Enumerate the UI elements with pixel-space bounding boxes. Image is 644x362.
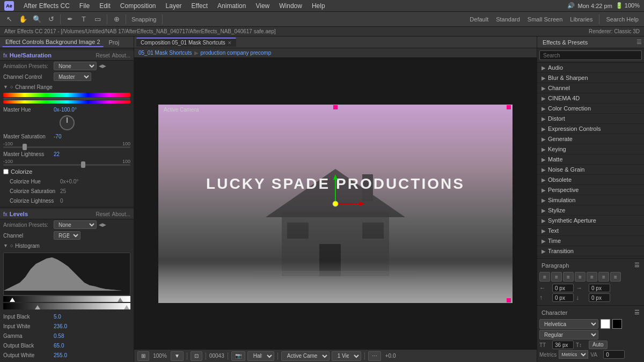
font-style-select[interactable]: Regular (539, 330, 598, 339)
channel-range-expand[interactable]: ▼ (3, 84, 8, 90)
corner-bottom-right[interactable] (507, 298, 511, 302)
indent-right-input[interactable] (589, 284, 610, 292)
menu-view[interactable]: View (251, 1, 274, 11)
space-before-input[interactable] (552, 293, 574, 302)
menu-help[interactable]: Help (308, 1, 330, 11)
effects-panel-menu[interactable]: ☰ (636, 39, 642, 46)
output-black-triangle[interactable] (35, 305, 40, 309)
colorize-hue-value[interactable]: 0x+0.0° (60, 179, 78, 184)
channel-range-row[interactable]: ▼ ○ Channel Range (0, 82, 134, 92)
output-white-triangle[interactable] (124, 305, 129, 309)
levels-about[interactable]: About... (112, 211, 130, 217)
align-last-center[interactable]: ≡ (598, 272, 609, 282)
colorize-checkbox[interactable] (3, 169, 9, 174)
shape-tool[interactable]: ▭ (92, 13, 104, 25)
master-hue-value[interactable]: 0x-100.0° (54, 107, 77, 113)
colorize-sat-value[interactable]: 25 (60, 188, 66, 194)
cat-channel[interactable]: ▶ Channel (537, 83, 644, 93)
menu-composition[interactable]: Composition (116, 1, 160, 11)
sat-slider-thumb[interactable] (23, 144, 27, 150)
anim-presets-arrow[interactable]: ◀▶ (99, 63, 106, 69)
corner-top-right[interactable] (507, 105, 511, 109)
menu-window[interactable]: Window (275, 1, 306, 11)
space-after-input[interactable] (589, 293, 610, 302)
clone-tool[interactable]: ⊕ (111, 13, 122, 25)
cat-audio[interactable]: ▶ Audio (537, 63, 644, 73)
levels-reset[interactable]: Reset (96, 211, 109, 217)
cat-expression[interactable]: ▶ Expression Controls (537, 124, 644, 134)
quality-select[interactable]: HalfFullQuarter (247, 351, 274, 361)
paragraph-header[interactable]: Paragraph ☰ (539, 261, 642, 270)
align-center[interactable]: ≡ (551, 272, 562, 282)
cat-transition[interactable]: ▶ Transition (537, 246, 644, 256)
breadcrumb-item-2[interactable]: production company precomp (201, 50, 272, 56)
cat-perspective[interactable]: ▶ Perspective (537, 185, 644, 195)
light-slider-track[interactable] (3, 164, 130, 166)
histogram-expand[interactable]: ▼ (3, 243, 8, 248)
levels-anim-select[interactable]: None (54, 220, 97, 229)
indent-left-input[interactable] (552, 284, 574, 292)
cat-obsolete[interactable]: ▶ Obsolete (537, 175, 644, 185)
hue-sat-reset[interactable]: Reset (96, 53, 109, 58)
effects-presets-tab[interactable]: Effects & Presets (539, 38, 591, 47)
text-tool[interactable]: T (78, 13, 90, 25)
align-right[interactable]: ≡ (563, 272, 574, 282)
master-sat-value[interactable]: -70 (54, 134, 61, 139)
tab-effect-controls[interactable]: Effect Controls Background Image 2 (2, 38, 104, 47)
workspace-libraries[interactable]: Libraries (568, 16, 595, 23)
cat-color[interactable]: ▶ Color Correction (537, 104, 644, 114)
workspace-small-screen[interactable]: Small Screen (525, 16, 565, 23)
levels-channel-select[interactable]: RGB (54, 231, 80, 240)
input-black-value[interactable]: 5.0 (54, 314, 61, 320)
align-last-right[interactable]: ≡ (610, 272, 621, 282)
comp-tab-mask-shortcuts[interactable]: Composition 05_01 Mask Shortcuts ✕ (136, 38, 236, 47)
cat-stylize[interactable]: ▶ Stylize (537, 205, 644, 216)
levels-anim-arrow[interactable]: ◀▶ (99, 222, 106, 227)
colorize-light-value[interactable]: 0 (60, 198, 63, 204)
cat-synthetic[interactable]: ▶ Synthetic Aperture (537, 216, 644, 226)
metrics-select[interactable]: Metrics (559, 350, 588, 359)
font-size-input[interactable] (552, 341, 574, 349)
region-btn[interactable]: ⊡ (191, 351, 202, 361)
cat-distort[interactable]: ▶ Distort (537, 114, 644, 124)
character-header[interactable]: Character ☰ (539, 308, 642, 317)
output-black-value[interactable]: 65.0 (54, 343, 64, 349)
master-light-value[interactable]: 22 (54, 151, 60, 157)
menu-animation[interactable]: Animation (213, 1, 250, 11)
menu-file[interactable]: File (75, 1, 94, 11)
cat-keying[interactable]: ▶ Keying (537, 144, 644, 154)
cat-generate[interactable]: ▶ Generate (537, 134, 644, 144)
input-white-value[interactable]: 236.0 (54, 323, 67, 329)
hand-tool[interactable]: ✋ (17, 13, 29, 25)
colorize-label[interactable]: Colorize (3, 168, 32, 175)
align-justify[interactable]: ≡ (575, 272, 586, 282)
menu-aftereffects[interactable]: After Effects CC (19, 1, 74, 11)
zoom-dropdown[interactable]: ▼ (171, 351, 184, 361)
cat-cinema4d[interactable]: ▶ CINEMA 4D (537, 93, 644, 104)
camera-select[interactable]: Active Camera (281, 351, 330, 361)
cat-blur[interactable]: ▶ Blur & Sharpen (537, 73, 644, 83)
selection-tool[interactable]: ↖ (3, 13, 15, 25)
output-white-value[interactable]: 255.0 (54, 352, 67, 358)
input-black-triangle[interactable] (10, 298, 15, 302)
workspace-default[interactable]: Default (467, 16, 491, 23)
stroke-color-swatch[interactable] (612, 319, 622, 329)
menu-effect[interactable]: Effect (187, 1, 212, 11)
menu-layer[interactable]: Layer (162, 1, 186, 11)
font-family-select[interactable]: Helvetica (539, 319, 598, 329)
zoom-tool[interactable]: 🔍 (31, 13, 43, 25)
cat-time[interactable]: ▶ Time (537, 236, 644, 246)
rotate-tool[interactable]: ↺ (45, 13, 57, 25)
fill-color-swatch[interactable] (601, 319, 610, 329)
align-last-left[interactable]: ≡ (587, 272, 597, 282)
light-slider-thumb[interactable] (81, 161, 85, 168)
sat-slider-track[interactable] (3, 146, 130, 148)
effects-search-input[interactable] (539, 50, 642, 60)
align-left[interactable]: ≡ (539, 272, 550, 282)
cat-matte[interactable]: ▶ Matte (537, 154, 644, 165)
comp-tab-close[interactable]: ✕ (228, 40, 232, 46)
cat-text[interactable]: ▶ Text (537, 226, 644, 236)
workspace-standard[interactable]: Standard (494, 16, 522, 23)
leading-auto-btn[interactable]: Auto (589, 341, 608, 349)
tab-project[interactable]: Proj (106, 38, 123, 47)
